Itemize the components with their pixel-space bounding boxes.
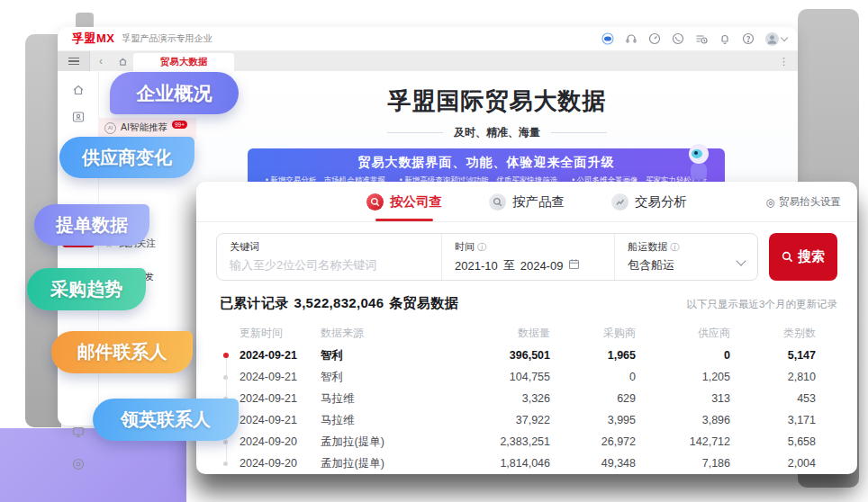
back-button[interactable]: ‹ xyxy=(90,51,112,71)
info-icon: ⓘ xyxy=(670,241,679,254)
phone-icon[interactable] xyxy=(672,32,684,45)
app-topbar: 孚盟MX 孚盟产品演示专用企业 xyxy=(58,27,798,51)
search-tabs: 按公司查 按产品查 交易分析 ◎ 贸易抬头设置 xyxy=(196,182,857,222)
home-icon[interactable] xyxy=(112,51,133,71)
page-subtitle: 及时、精准、海量 xyxy=(196,125,798,140)
table-row[interactable]: 2024-09-21智利 104,7550 1,2052,810 xyxy=(216,366,837,388)
menu-burger-icon[interactable] xyxy=(58,51,90,71)
shipping-data-select[interactable]: 船运数据 ⓘ 包含船运 xyxy=(614,234,757,280)
keyword-label: 关键词 xyxy=(230,240,429,254)
time-label: 时间 ⓘ xyxy=(455,240,601,254)
chevron-down-icon xyxy=(781,34,788,41)
info-icon: ⓘ xyxy=(477,241,486,254)
tag-linkedin-contacts[interactable]: 领英联系人 xyxy=(93,399,239,441)
tag-supplier-changes[interactable]: 供应商变化 xyxy=(59,137,194,178)
timeline-dot xyxy=(223,440,228,444)
fumeng-logo: 孚盟MX xyxy=(72,31,115,47)
table-row[interactable]: 2024-09-20孟加拉(提单) 1,814,04649,348 7,1862… xyxy=(216,453,837,474)
more-options-icon[interactable]: ⋮ xyxy=(779,51,798,71)
target-nav-icon[interactable] xyxy=(70,456,86,472)
tag-email-contacts[interactable]: 邮件联系人 xyxy=(51,331,193,373)
contacts-nav-icon[interactable] xyxy=(70,109,86,125)
sidebar-item-ai-recommend[interactable]: AI AI智能推荐 99+ xyxy=(104,121,187,134)
timeline-dot xyxy=(223,353,229,358)
time-range-field[interactable]: 时间 ⓘ 2021-10 至 2024-09 xyxy=(441,234,614,280)
eye-icon[interactable] xyxy=(601,32,614,45)
tag-bill-of-lading[interactable]: 提单数据 xyxy=(34,204,149,246)
keyword-field[interactable]: 关键词 输入至少2位公司名称关键词 xyxy=(217,234,441,280)
record-count-number: 3,522,832,046 xyxy=(294,295,384,310)
time-to-value[interactable]: 2024-09 xyxy=(520,259,564,273)
search-button[interactable]: 搜索 xyxy=(769,233,837,281)
avatar xyxy=(765,32,779,46)
headset-icon[interactable] xyxy=(625,32,637,45)
tab-search-by-company[interactable]: 按公司查 xyxy=(366,182,442,221)
topbar-icon-group xyxy=(601,32,787,46)
recent-note: 以下只显示最近3个月的更新记录 xyxy=(687,298,837,311)
update-table: 更新时间 数据来源 数据量 采购商 供应商 类别数 2024-09-21智利 3… xyxy=(196,312,857,474)
time-from-value[interactable]: 2021-10 xyxy=(455,259,498,273)
company-search-icon xyxy=(366,193,384,211)
help-icon[interactable] xyxy=(742,32,755,45)
table-row[interactable]: 2024-09-21智利 396,5011,965 05,147 xyxy=(216,345,837,366)
tag-company-overview[interactable]: 企业概况 xyxy=(110,72,239,114)
calendar-icon[interactable] xyxy=(568,258,580,273)
tab-search-by-product[interactable]: 按产品查 xyxy=(489,182,565,221)
table-header: 更新时间 数据来源 数据量 采购商 供应商 类别数 xyxy=(216,321,837,345)
browser-tabbar: ‹ 贸易大数据 ⋮ xyxy=(58,51,798,71)
timeline-dot xyxy=(223,375,228,380)
banner-title: 贸易大数据界面、功能、体验迎来全面升级 xyxy=(248,155,725,171)
search-panel: 按公司查 按产品查 交易分析 ◎ 贸易抬头设置 关键词 输入至少2位公司名称关键… xyxy=(196,182,857,474)
tab-transaction-analysis[interactable]: 交易分析 xyxy=(611,182,687,221)
table-row[interactable]: 2024-09-20孟加拉(提单) 2,383,25126,972 142,71… xyxy=(216,431,837,453)
page-title: 孚盟国际贸易大数据 xyxy=(196,85,798,117)
stats-row: 已累计记录3,522,832,046条贸易数据 以下只显示最近3个月的更新记录 xyxy=(196,281,857,312)
company-name-label: 孚盟产品演示专用企业 xyxy=(122,32,212,45)
home-nav-icon[interactable] xyxy=(70,82,86,98)
gauge-icon[interactable] xyxy=(648,32,661,45)
keyword-placeholder: 输入至少2位公司名称关键词 xyxy=(230,257,429,273)
search-form: 关键词 输入至少2位公司名称关键词 时间 ⓘ 2021-10 至 2024-09 xyxy=(196,222,857,281)
history-list-icon[interactable] xyxy=(695,32,708,45)
monitor-nav-icon[interactable] xyxy=(70,424,86,440)
trade-header-settings-button[interactable]: ◎ 贸易抬头设置 xyxy=(766,195,841,209)
sidebar-item-label: AI智能推荐 xyxy=(121,121,167,134)
count-badge: 99+ xyxy=(172,121,187,129)
tag-purchase-trends[interactable]: 采购趋势 xyxy=(27,268,146,310)
product-search-icon xyxy=(489,193,506,211)
shipping-value: 包含船运 xyxy=(628,257,745,273)
shipping-label: 船运数据 ⓘ xyxy=(628,240,745,254)
timeline-dot xyxy=(223,462,228,466)
user-menu[interactable] xyxy=(765,32,787,46)
settings-icon: ◎ xyxy=(766,195,775,208)
bell-icon[interactable] xyxy=(719,32,731,45)
tab-trade-big-data[interactable]: 贸易大数据 xyxy=(133,53,234,71)
table-row[interactable]: 2024-09-21马拉维 3,326629 313453 xyxy=(216,388,837,409)
analysis-icon xyxy=(611,193,628,211)
table-row[interactable]: 2024-09-21马拉维 37,9223,995 3,8963,171 xyxy=(216,409,837,431)
ai-icon: AI xyxy=(104,122,116,134)
time-separator: 至 xyxy=(503,257,515,273)
record-count-text: 已累计记录3,522,832,046条贸易数据 xyxy=(220,295,458,312)
